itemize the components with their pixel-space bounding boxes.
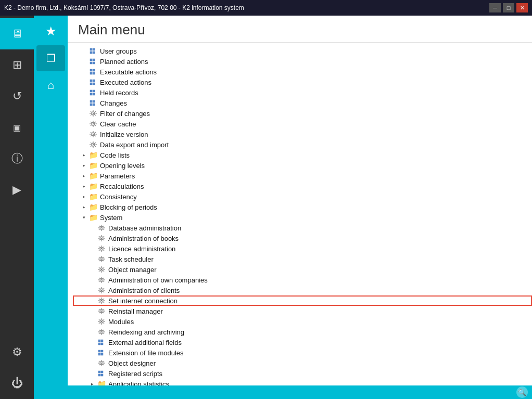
label-initialize-version: Initialize version [100,131,148,138]
menu-item-database-admin[interactable]: Database administration [73,223,532,233]
menu-item-executable-actions[interactable]: Executable actions [73,67,532,77]
svg-line-150 [99,309,100,310]
menu-content[interactable]: User groupsPlanned actionsExecutable act… [68,43,532,385]
svg-line-30 [91,111,92,112]
label-set-internet-conn: Set internet connection [108,297,178,305]
nav-tab-modules[interactable]: ❐ [36,45,65,71]
menu-item-external-fields[interactable]: External additional fields [73,337,532,347]
nav-tab-favorites[interactable]: ★ [36,18,65,44]
svg-line-141 [103,302,104,303]
icon-initialize-version [88,130,98,138]
content-area: Main menu User groupsPlanned actionsExec… [68,16,532,399]
sidebar-monitor[interactable]: 🖥 [0,18,34,49]
menu-item-blocking-of-periods[interactable]: ▸📁Blocking of periods [73,202,532,212]
sidebar-terminal[interactable]: ▣ [0,112,34,143]
expand-arrow-user-groups [80,47,87,55]
menu-item-reinstall-manager[interactable]: Reinstall manager [73,306,532,316]
sidebar-power[interactable]: ⏻ [0,368,34,399]
sidebar-settings[interactable]: ⚙ [0,337,34,368]
icon-executable-actions [88,68,98,76]
svg-rect-6 [90,62,92,64]
menu-item-system[interactable]: ▾📁System [73,212,532,223]
menu-item-user-groups[interactable]: User groups [73,46,532,56]
maximize-button[interactable]: □ [503,3,514,12]
svg-line-91 [103,250,104,251]
menu-item-initialize-version[interactable]: Initialize version [73,129,532,139]
menu-item-object-manager[interactable]: Object manager [73,264,532,275]
menu-item-admin-own-companies[interactable]: Administration of own companies [73,275,532,285]
expand-arrow-app-statistics: ▸ [88,380,96,385]
expand-arrow-filter-of-changes [80,110,87,117]
search-icon[interactable]: 🔍 [516,387,528,398]
label-code-lists: Code lists [100,151,130,159]
icon-executed-actions [88,78,98,86]
menu-item-filter-of-changes[interactable]: Filter of changes [73,108,532,119]
svg-line-171 [103,333,104,334]
svg-rect-179 [101,350,103,352]
label-recalculations: Recalculations [100,183,144,190]
svg-line-152 [103,309,104,310]
svg-line-123 [99,281,100,282]
expand-arrow-reinstall-manager [88,307,96,315]
menu-item-opening-levels[interactable]: ▸📁Opening levels [73,160,532,171]
menu-item-clear-cache[interactable]: Clear cache [73,119,532,129]
svg-line-113 [99,271,100,272]
svg-line-143 [99,302,100,303]
menu-item-planned-actions[interactable]: Planned actions [73,56,532,67]
svg-point-145 [101,311,102,312]
menu-item-admin-books[interactable]: Administration of books [73,233,532,243]
close-button[interactable]: ✕ [516,3,528,12]
icon-data-export [88,140,98,149]
menu-item-code-lists[interactable]: ▸📁Code lists [73,150,532,160]
label-database-admin: Database administration [108,224,181,232]
svg-line-80 [99,236,100,237]
sidebar-refresh[interactable]: ↺ [0,81,34,112]
sidebar-info[interactable]: ⓘ [0,143,34,174]
icon-filter-of-changes [88,109,98,118]
menu-item-admin-clients[interactable]: Administration of clients [73,285,532,295]
menu-item-modules[interactable]: Modules [73,316,532,327]
menu-item-executed-actions[interactable]: Executed actions [73,77,532,87]
sidebar-play[interactable]: ▶ [0,174,34,205]
menu-item-task-scheduler[interactable]: Task scheduler [73,254,532,264]
svg-point-55 [93,144,94,145]
svg-point-125 [101,290,102,291]
menu-item-set-internet-conn[interactable]: Set internet connection [73,295,532,306]
menu-item-consistency[interactable]: ▸📁Consistency [73,191,532,202]
svg-rect-178 [98,350,100,352]
expand-arrow-code-lists: ▸ [80,151,87,159]
svg-line-43 [91,125,92,126]
svg-rect-21 [93,100,95,102]
svg-line-163 [99,323,100,324]
menu-item-licence-admin[interactable]: Licence administration [73,243,532,254]
icon-database-admin [97,224,106,232]
svg-point-115 [101,279,102,280]
menu-item-object-designer[interactable]: Object designer [73,358,532,368]
menu-item-changes[interactable]: Changes [73,98,532,108]
svg-line-190 [103,361,104,362]
label-app-statistics: Application statistics [108,380,169,386]
menu-item-registered-scripts[interactable]: Registered scripts [73,368,532,379]
nav-tab-home[interactable]: ⌂ [36,72,65,98]
menu-item-held-records[interactable]: Held records [73,87,532,98]
sidebar-grid[interactable]: ⊞ [0,49,34,81]
menu-item-parameters[interactable]: ▸📁Parameters [73,171,532,181]
menu-item-data-export[interactable]: Data export and import [73,139,532,150]
menu-item-recalculations[interactable]: ▸📁Recalculations [73,181,532,191]
menu-item-reindexing[interactable]: Reindexing and archiving [73,327,532,337]
svg-point-75 [101,238,102,239]
svg-line-101 [103,260,104,261]
icon-set-internet-conn [97,297,106,305]
svg-rect-22 [90,104,92,106]
svg-rect-176 [98,343,100,345]
minimize-button[interactable]: ─ [489,3,501,12]
label-reinstall-manager: Reinstall manager [108,307,163,315]
svg-rect-11 [93,72,95,74]
svg-point-105 [101,269,102,270]
svg-line-60 [91,143,92,144]
icon-object-designer [97,359,106,367]
label-parameters: Parameters [100,172,135,180]
menu-item-extension-file[interactable]: Extension of file modules [73,347,532,358]
menu-item-app-statistics[interactable]: ▸📁Application statistics [73,379,532,385]
svg-line-50 [91,132,92,133]
